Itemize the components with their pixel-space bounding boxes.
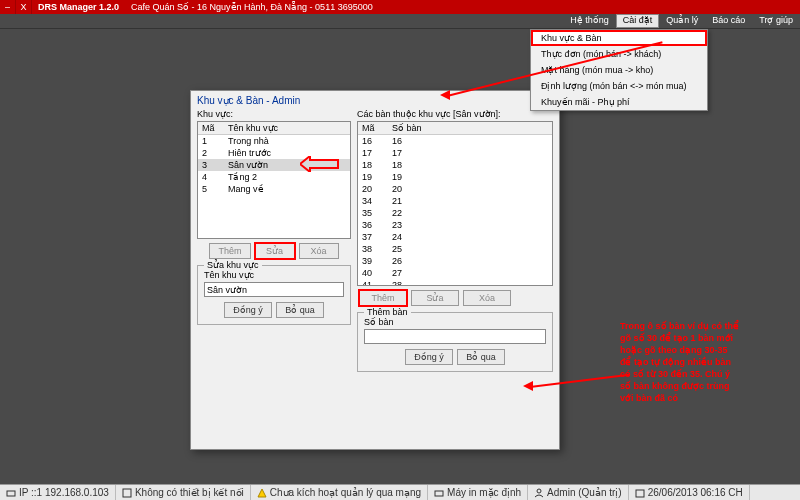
add-table-field-label: Số bàn xyxy=(364,317,546,327)
minimize-button[interactable]: – xyxy=(0,0,16,14)
annotation-arrow-3-head xyxy=(523,381,533,391)
area-listbox[interactable]: Mã Tên khu vực 1Trong nhà2Hiên trước3Sân… xyxy=(197,121,351,239)
table-row[interactable]: 3623 xyxy=(358,219,552,231)
edit-area-cancel-button[interactable]: Bỏ qua xyxy=(276,302,324,318)
app-subtitle: Cafe Quán Số - 16 Nguyễn Hành, Đà Nẵng -… xyxy=(119,2,373,12)
edit-area-ok-button[interactable]: Đồng ý xyxy=(224,302,272,318)
menubar: Hệ thốngCài đặtQuản lýBáo cáoTrợ giúp xyxy=(0,14,800,29)
add-table-input[interactable] xyxy=(364,329,546,344)
area-delete-button[interactable]: Xóa xyxy=(299,243,339,259)
network-icon xyxy=(6,488,16,498)
area-add-button[interactable]: Thêm xyxy=(209,243,250,259)
area-row[interactable]: 1Trong nhà xyxy=(198,135,350,148)
area-col-ten: Tên khu vực xyxy=(224,122,350,135)
area-table-dialog: Khu vực & Bàn - Admin X Khu vực: Mã Tên … xyxy=(190,90,560,450)
close-button[interactable]: X xyxy=(16,0,32,14)
table-row[interactable]: 2020 xyxy=(358,183,552,195)
user-icon xyxy=(534,488,544,498)
table-row[interactable]: 3825 xyxy=(358,243,552,255)
table-row[interactable]: 1919 xyxy=(358,171,552,183)
menu-hệ-thống[interactable]: Hệ thống xyxy=(563,14,616,28)
svg-rect-2 xyxy=(123,489,131,497)
table-delete-button[interactable]: Xóa xyxy=(463,290,511,306)
svg-rect-4 xyxy=(435,491,443,496)
status-network: Chưa kích hoạt quản lý qua mạng xyxy=(251,485,428,500)
warning-icon xyxy=(257,488,267,498)
menu-cài-đặt[interactable]: Cài đặt xyxy=(616,14,660,28)
edit-area-title: Sửa khu vực xyxy=(204,260,262,270)
table-section-label: Các bàn thuộc khu vực [Sân vườn]: xyxy=(357,109,553,119)
table-row[interactable]: 1717 xyxy=(358,147,552,159)
menu-báo-cáo[interactable]: Báo cáo xyxy=(705,14,752,28)
dropdown-item-2[interactable]: Mặt hàng (món mua -> kho) xyxy=(531,62,707,78)
table-listbox[interactable]: Mã Số bàn 161617171818191920203421352236… xyxy=(357,121,553,286)
annotation-arrow-1-head xyxy=(440,90,450,100)
table-col-ma: Mã xyxy=(358,122,388,135)
area-row[interactable]: 4Tầng 2 xyxy=(198,171,350,183)
statusbar: IP ::1 192.168.0.103 Không có thiết bị k… xyxy=(0,484,800,500)
add-table-cancel-button[interactable]: Bỏ qua xyxy=(457,349,505,365)
dialog-titlebar: Khu vực & Bàn - Admin X xyxy=(191,91,559,109)
annotation-arrow-2 xyxy=(300,156,340,172)
edit-area-field-label: Tên khu vực xyxy=(204,270,344,280)
svg-rect-6 xyxy=(636,490,644,497)
settings-dropdown: Khu vực & BànThực đơn (món bán -> khách)… xyxy=(530,29,708,111)
table-row[interactable]: 1818 xyxy=(358,159,552,171)
add-table-ok-button[interactable]: Đồng ý xyxy=(405,349,453,365)
svg-marker-3 xyxy=(258,489,266,497)
area-col-ma: Mã xyxy=(198,122,224,135)
table-row[interactable]: 1616 xyxy=(358,135,552,148)
table-row[interactable]: 3421 xyxy=(358,195,552,207)
dropdown-item-0[interactable]: Khu vực & Bàn xyxy=(531,30,707,46)
status-ip: IP ::1 192.168.0.103 xyxy=(0,485,116,500)
add-table-groupbox: Thêm bàn Số bàn Đồng ý Bỏ qua xyxy=(357,312,553,372)
dialog-title: Khu vực & Bàn - Admin xyxy=(197,95,300,106)
table-row[interactable]: 3724 xyxy=(358,231,552,243)
table-add-button[interactable]: Thêm xyxy=(359,290,407,306)
calendar-icon xyxy=(635,488,645,498)
add-table-title: Thêm bàn xyxy=(364,307,411,317)
area-row[interactable]: 5Mang về xyxy=(198,183,350,195)
svg-point-5 xyxy=(537,489,541,493)
svg-marker-0 xyxy=(300,156,338,172)
app-title: DRS Manager 1.2.0 xyxy=(32,2,119,12)
status-datetime: 26/06/2013 06:16 CH xyxy=(629,485,750,500)
titlebar: – X DRS Manager 1.2.0 Cafe Quán Số - 16 … xyxy=(0,0,800,14)
svg-rect-1 xyxy=(7,491,15,496)
device-icon xyxy=(122,488,132,498)
status-device: Không có thiết bị kết nối xyxy=(116,485,251,500)
table-col-soban: Số bàn xyxy=(388,122,552,135)
menu-trợ-giúp[interactable]: Trợ giúp xyxy=(752,14,800,28)
status-printer: Máy in mặc định xyxy=(428,485,528,500)
area-section-label: Khu vực: xyxy=(197,109,351,119)
dropdown-item-3[interactable]: Định lượng (món bán <-> món mua) xyxy=(531,78,707,94)
area-edit-button[interactable]: Sửa xyxy=(255,243,295,259)
table-row[interactable]: 3926 xyxy=(358,255,552,267)
table-edit-button[interactable]: Sửa xyxy=(411,290,459,306)
status-user: Admin (Quản trị) xyxy=(528,485,629,500)
annotation-note: Trong ô số bàn ví dụ có thể gõ số 30 để … xyxy=(620,320,740,404)
table-row[interactable]: 4128 xyxy=(358,279,552,286)
dropdown-item-4[interactable]: Khuyến mãi - Phụ phí xyxy=(531,94,707,110)
table-row[interactable]: 3522 xyxy=(358,207,552,219)
edit-area-groupbox: Sửa khu vực Tên khu vực Đồng ý Bỏ qua xyxy=(197,265,351,325)
menu-quản-lý[interactable]: Quản lý xyxy=(659,14,705,28)
printer-icon xyxy=(434,488,444,498)
edit-area-input[interactable] xyxy=(204,282,344,297)
table-row[interactable]: 4027 xyxy=(358,267,552,279)
